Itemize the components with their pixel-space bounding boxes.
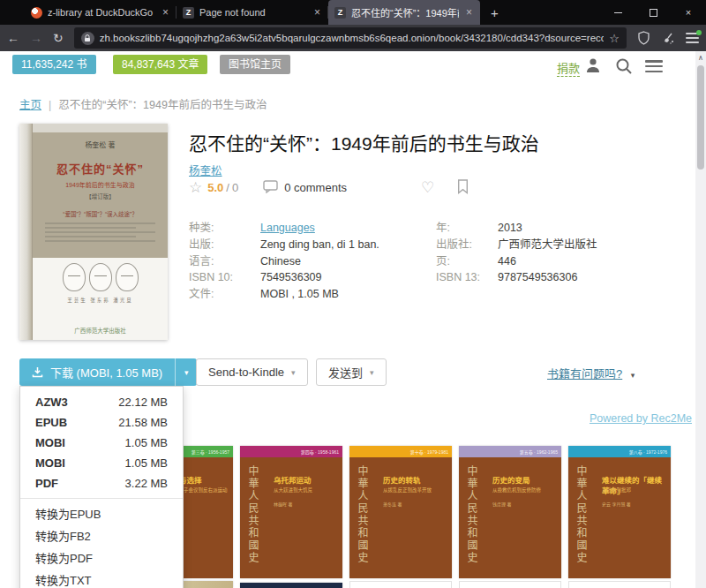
meta-value: MOBI , 1.05 MB [260,286,339,303]
reload-button[interactable]: ↻ [53,32,64,44]
download-icon [32,366,43,378]
format-name: AZW3 [35,396,68,409]
cover-series-calligraphy: 中華人民共和國史 [574,465,589,564]
library-home-badge[interactable]: 图书馆主页 [220,55,290,74]
zlibrary-favicon-icon: Z [183,7,194,19]
scrollbar-thumb[interactable] [697,65,704,170]
meta-label: ISBN 13: [436,269,498,286]
browser-menu-icon[interactable] [686,33,699,43]
shield-icon[interactable] [637,31,650,45]
site-security-icon[interactable] [81,32,94,45]
forward-button[interactable]: → [30,32,42,44]
download-format-item[interactable]: MOBI1.05 MB [20,433,183,453]
save-bookmark-icon[interactable] [457,179,469,197]
minimize-button[interactable] [600,0,635,25]
back-button[interactable]: ← [7,32,19,44]
recommended-cover-placeholder [568,581,671,588]
articles-count-badge[interactable]: 84,837,643 文章 [113,55,207,74]
tab-close-icon[interactable]: × [161,6,170,19]
page-title: 忍不住的“关怀”：1949年前后的书生与政治 [189,129,688,155]
books-count-badge[interactable]: 11,635,242 书 [12,55,96,74]
cover-title: 历史的转轨 [383,474,447,485]
breadcrumb: 主页|忍不住的“关怀”：1949年前后的书生与政治 [19,95,267,112]
portrait-sketch [89,263,112,291]
cover-band: 第十卷 · 1979-1981 [349,446,452,457]
duckduckgo-favicon-icon [31,7,42,19]
send-to-kindle-button[interactable]: Send-to-Kindle ▾ [196,358,308,386]
tab-close-icon[interactable]: × [464,6,474,19]
recommended-book-cover[interactable]: 第八卷 · 1972-1976 中華人民共和國史 难以继续的「继续革命」 从批林… [568,446,671,578]
search-icon[interactable] [615,57,633,75]
url-bar[interactable]: zh.bookszlibb74ugqojhzhg2a63w5i2atv5bqar… [74,27,627,49]
maximize-button[interactable] [635,0,671,25]
format-size: 3.22 MB [125,477,168,490]
site-menu-icon[interactable] [645,60,663,72]
convert-option[interactable]: 转换为FB2 [20,525,183,547]
scroll-up-arrow-icon[interactable]: ∧ [695,51,706,62]
send-to-label: 发送到 [328,364,363,381]
new-identity-broom-icon[interactable] [661,32,675,45]
comments-count[interactable]: 0 comments [284,181,347,194]
comments-icon[interactable] [263,180,278,196]
download-options-toggle[interactable]: ▾ [175,358,197,386]
convert-option[interactable]: 转换为EPUB [20,503,183,525]
portrait-sketch [63,263,86,291]
tab-close-icon[interactable]: × [312,6,322,19]
cover-author: 钱庠理 著 [492,501,556,507]
breadcrumb-home-link[interactable]: 主页 [19,99,41,111]
close-window-button[interactable]: × [671,0,706,25]
download-format-item[interactable]: EPUB21.58 MB [20,412,183,433]
tab-book-page-active[interactable]: Z 忍不住的“关怀”：1949年前后的 × [328,0,480,25]
download-format-item[interactable]: AZW322.12 MB [20,392,183,412]
browser-window: z-library at DuckDuckGo × Z Page not fou… [0,0,706,588]
profile-icon[interactable] [584,57,602,73]
author-link[interactable]: 杨奎松 [189,162,222,178]
recommended-book-cover-partial[interactable] [240,583,342,588]
languages-link[interactable]: Languages [260,222,315,234]
cover-title: 历史的变局 [492,474,556,485]
rating-star-icon[interactable]: ☆ [189,178,202,197]
powered-by-link[interactable]: Powered by Rec2Me [590,412,692,425]
recommended-book-cover[interactable]: 第十卷 · 1979-1981 中華人民共和國史 历史的转轨 从拨乱反正到改革开… [349,446,452,578]
page-scrollbar[interactable]: ∧ [695,51,706,588]
breadcrumb-current: 忍不住的“关怀”：1949年前后的书生与政治 [58,99,267,111]
rating-count: 0 [232,181,238,194]
tab-duckduckgo[interactable]: z-library at DuckDuckGo × [25,0,176,25]
report-book-link[interactable]: 书籍有问题吗? [547,367,622,381]
meta-label: 出版: [189,237,260,253]
tab-page-not-found[interactable]: Z Page not found × [176,0,328,25]
send-to-button[interactable]: 发送到 ▾ [316,358,387,386]
cover-edition: 【增订版】 [33,192,168,200]
bookmark-star-icon[interactable]: ☆ [609,32,620,45]
portrait-sketch [116,263,139,291]
cover-subtitle: 从挽救危机到反修防修 [492,486,556,494]
recommended-book-cover[interactable]: 第五卷 · 1962-1965 中華人民共和國史 历史的变局 从挽救危机到反修防… [459,446,561,578]
zlibrary-favicon-icon: Z [334,7,346,19]
tab-title: z-library at DuckDuckGo [48,7,155,18]
donate-link[interactable]: 捐款 [557,59,580,77]
meta-row: 文件:MOBI , 1.05 MB [189,286,427,303]
meta-label: 文件: [189,286,260,303]
meta-label: 年: [436,220,498,237]
format-name: MOBI [35,456,65,470]
meta-row: 出版社:广西师范大学出版社 [436,237,683,253]
download-button[interactable]: 下载 (MOBI, 1.05 MB) [19,358,175,386]
meta-value: Languages [260,220,315,237]
meta-row: ISBN 10:7549536309 [189,269,427,286]
meta-value: Chinese [260,253,301,270]
format-name: MOBI [35,436,65,449]
cover-author: 萧冬连 著 [383,501,447,507]
convert-option[interactable]: 转换为PDF [20,547,183,569]
download-format-item[interactable]: PDF3.22 MB [20,473,183,494]
format-size: 1.05 MB [125,456,168,470]
format-size: 21.58 MB [118,416,168,429]
download-format-item[interactable]: MOBI1.05 MB [20,453,183,473]
favorite-heart-icon[interactable]: ♡ [421,178,434,197]
convert-option[interactable]: 转换为TXT [20,569,183,588]
recommended-book-cover[interactable]: 第四卷 · 1958-1961 中華人民共和國史 乌托邦运动 从大跃进到大饥荒 … [240,446,342,578]
cover-series-calligraphy: 中華人民共和國史 [245,465,260,564]
update-dot [696,30,702,35]
book-cover-image[interactable]: 杨奎松 著 忍不住的“关怀” 1949年前后的书生与政治 【增订版】 “爱国”？… [19,124,168,340]
book-front-cover: 杨奎松 著 忍不住的“关怀” 1949年前后的书生与政治 【增订版】 “爱国”？… [33,124,168,340]
new-tab-button[interactable]: + [480,5,509,20]
